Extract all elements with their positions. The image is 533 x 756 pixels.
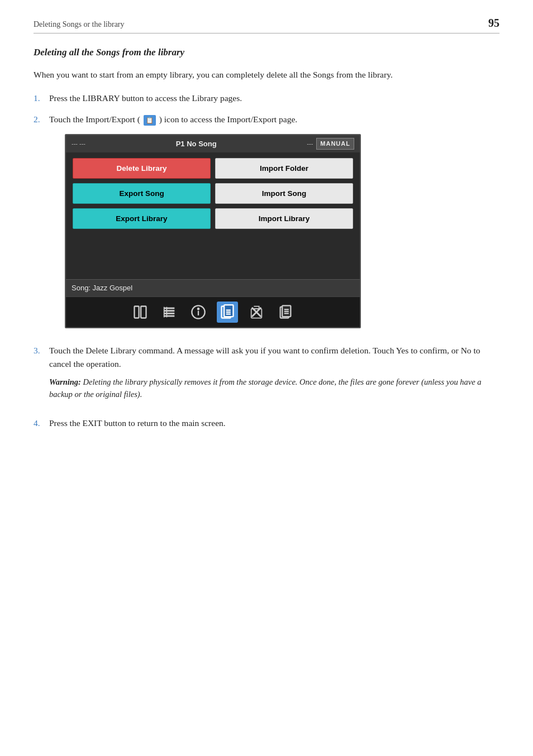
top-bar-center: P1 No Song (176, 138, 217, 150)
info-icon-box[interactable] (188, 302, 209, 323)
svg-rect-1 (141, 307, 146, 318)
step-3-content: Touch the Delete Library command. A mess… (49, 344, 499, 409)
intro-text: When you want to start from an empty lib… (34, 68, 499, 82)
svg-rect-0 (135, 307, 139, 318)
page-number: 95 (488, 17, 499, 30)
device-bottom-bar (66, 296, 360, 327)
device-screenshot: --- --- P1 No Song --- MANUAL Delete Lib… (65, 134, 361, 328)
warning-text: Deleting the library physically removes … (49, 377, 482, 399)
step-2-number: 2. (34, 113, 49, 126)
manual-badge: MANUAL (316, 138, 354, 150)
step-4: 4. Press the EXIT button to return to th… (34, 417, 499, 430)
import-song-button[interactable]: Import Song (215, 183, 353, 204)
svg-rect-12 (224, 305, 233, 317)
step-1-number: 1. (34, 92, 49, 105)
step-2: 2. Touch the Import/Export ( 📋 ) icon to… (34, 113, 499, 336)
copy-icon-box[interactable] (275, 302, 296, 323)
export-library-button[interactable]: Export Library (73, 208, 211, 229)
delete-library-button[interactable]: Delete Library (73, 158, 211, 179)
import-library-button[interactable]: Import Library (215, 208, 353, 229)
step-4-content: Press the EXIT button to return to the m… (49, 417, 499, 430)
step-1: 1. Press the LIBRARY button to access th… (34, 92, 499, 105)
section-heading: Deleting all the Songs from the library (34, 47, 499, 58)
warning-block: Warning: Deleting the library physically… (49, 376, 499, 401)
device-top-bar: --- --- P1 No Song --- MANUAL (66, 135, 360, 152)
top-bar-left: --- --- (72, 139, 85, 149)
top-bar-right: --- MANUAL (307, 138, 354, 150)
inline-import-export-icon: 📋 (144, 115, 156, 126)
page-header: Deleting Songs or the library 95 (34, 17, 499, 34)
list-icon-box[interactable] (159, 302, 180, 323)
step-4-number: 4. (34, 417, 49, 430)
import-folder-button[interactable]: Import Folder (215, 158, 353, 179)
delete-icon-box[interactable] (246, 302, 267, 323)
step-2-content: Touch the Import/Export ( 📋 ) icon to ac… (49, 113, 499, 336)
device-empty-area (66, 235, 360, 279)
svg-point-10 (198, 308, 199, 309)
warning-label: Warning: (49, 377, 81, 386)
step-3: 3. Touch the Delete Library command. A m… (34, 344, 499, 409)
library-icon-box[interactable] (130, 302, 151, 323)
header-title: Deleting Songs or the library (34, 20, 125, 29)
step-3-number: 3. (34, 344, 49, 357)
import-export-icon-box[interactable] (217, 302, 238, 323)
export-song-button[interactable]: Export Song (73, 183, 211, 204)
step-1-content: Press the LIBRARY button to access the L… (49, 92, 499, 105)
device-song-label: Song: Jazz Gospel (66, 279, 360, 296)
